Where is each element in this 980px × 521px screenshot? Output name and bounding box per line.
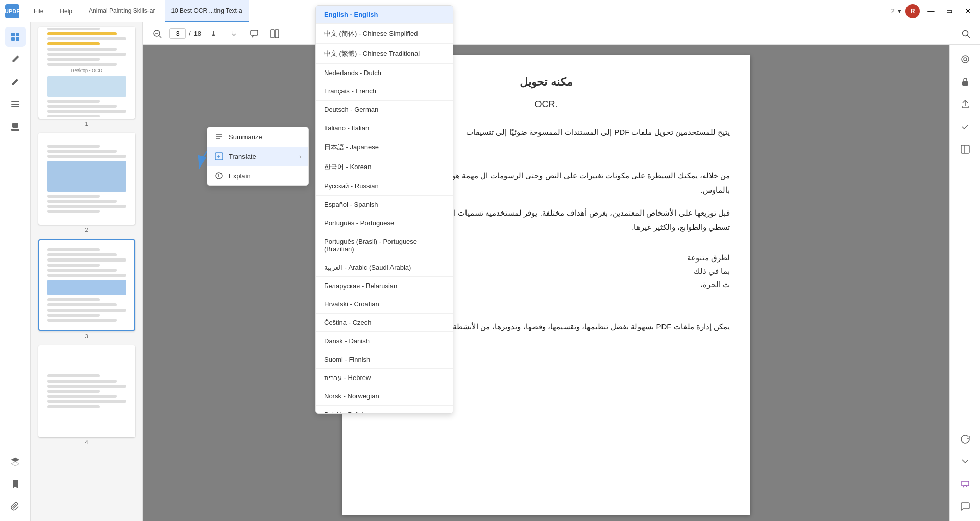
ctx-summarize-label: Summarize [229,133,262,141]
expand-button[interactable]: ⤓ [205,26,222,42]
svg-rect-22 [961,145,969,153]
svg-rect-3 [16,37,19,41]
lang-dutch[interactable]: Nederlands - Dutch [316,64,453,82]
thumb-img-1: Desktop - OCR [38,27,135,119]
svg-rect-5 [11,104,19,105]
left-sidebar [0,22,31,521]
lang-chinese-simplified[interactable]: 中文 (简体) - Chinese Simplified [316,24,453,44]
search-button[interactable] [958,26,974,42]
thumbnail-1[interactable]: Desktop - OCR 1 [35,27,138,127]
right-sidebar: OCR [949,22,980,521]
translate-icon [214,152,224,161]
right-icon-share[interactable] [955,94,975,114]
lang-italian[interactable]: Italiano - Italian [316,119,453,137]
lang-czech[interactable]: Čeština - Czech [316,314,453,332]
app-logo[interactable]: UPDF [5,4,19,18]
svg-point-15 [963,30,968,36]
svg-line-11 [159,36,161,38]
lang-spanish[interactable]: Español - Spanish [316,196,453,214]
comment-button[interactable] [246,26,262,42]
thumbnail-panel: Desktop - OCR 1 [31,22,143,521]
user-avatar[interactable]: R [905,4,920,18]
svg-rect-4 [11,101,19,102]
lang-chinese-traditional[interactable]: 中文 (繁體) - Chinese Traditional [316,44,453,64]
lang-danish[interactable]: Dansk - Danish [316,332,453,350]
right-icon-panel[interactable] [955,139,975,159]
svg-rect-1 [16,33,19,36]
thumb-label-2: 2 [85,227,88,233]
lang-hebrew[interactable]: עברית - Hebrew [316,369,453,387]
lang-english[interactable]: English - English [316,6,453,24]
thumbnail-3[interactable]: 3 [35,239,138,339]
svg-rect-2 [11,37,15,41]
lang-japanese[interactable]: 日本語 - Japanese [316,137,453,157]
page-indicator: / 18 [169,28,201,39]
sidebar-icon-stamp[interactable] [5,116,26,137]
lang-finnish[interactable]: Suomi - Finnish [316,350,453,369]
minimize-button[interactable]: ― [924,4,938,18]
thumb-label-4: 4 [85,439,88,445]
thumbnail-2[interactable]: 2 [35,133,138,233]
pdf-content[interactable]: مكنه تحويل .OCR يتيح للمستخدمين تحويل مل… [143,45,949,521]
sidebar-icon-grid[interactable] [5,27,26,47]
lang-german[interactable]: Deutsch - German [316,101,453,119]
sidebar-icon-edit[interactable] [5,49,26,69]
sidebar-icon-layers[interactable] [5,452,26,472]
lang-portuguese[interactable]: Português - Portuguese [316,214,453,232]
right-icon-ai-chat[interactable] [955,474,975,494]
sidebar-icon-annotate[interactable] [5,72,26,92]
right-icon-lock[interactable] [955,72,975,92]
ctx-explain-label: Explain [229,172,251,180]
zoom-out-button[interactable] [149,26,165,42]
lang-croatian[interactable]: Hrvatski - Croatian [316,295,453,314]
topbar: UPDF File Help Animal Painting Skills-ar… [0,0,980,22]
lang-arabic[interactable]: العربية - Arabic (Saudi Arabia) [316,258,453,277]
lang-belarusian[interactable]: Беларуская - Belarusian [316,277,453,295]
sidebar-icon-organize[interactable] [5,94,26,114]
thumbnail-4[interactable]: 4 [35,345,138,445]
svg-rect-21 [962,81,968,86]
svg-rect-13 [271,30,274,38]
thumb-label-1: 1 [85,121,88,127]
tab-ocr[interactable]: 10 Best OCR ...ting Text-a [165,0,248,22]
columns-button[interactable] [266,26,283,42]
ctx-translate[interactable]: Translate › [207,147,308,166]
close-button[interactable]: ✕ [961,4,975,18]
sidebar-icon-bookmark[interactable] [5,474,26,494]
lang-norwegian[interactable]: Norsk - Norwegian [316,387,453,406]
page-indicator: 2 ▾ [891,7,901,15]
svg-rect-7 [12,123,18,128]
lang-french[interactable]: Français - French [316,82,453,101]
restore-button[interactable]: ▭ [942,4,957,18]
thumb-img-4 [38,345,135,437]
thumb-img-2 [38,133,135,225]
svg-rect-6 [11,106,19,107]
ctx-arrow-icon: › [299,153,301,160]
svg-line-16 [967,35,970,38]
sidebar-icon-attachment[interactable] [5,496,26,517]
thumb-label-3: 3 [85,333,88,339]
lang-polish[interactable]: Polski - Polish [316,406,453,414]
menu-help[interactable]: Help [54,0,79,22]
right-icon-scan[interactable] [955,49,975,69]
right-icon-refresh[interactable] [955,429,975,449]
lang-russian[interactable]: Русский - Russian [316,177,453,196]
svg-rect-8 [11,129,19,131]
ctx-explain[interactable]: Explain [207,166,308,185]
right-icon-check[interactable] [955,116,975,137]
page-down-button[interactable]: ⤋ [226,26,242,42]
translate-language-dropdown: English - English 中文 (简体) - Chinese Simp… [315,5,453,414]
summarize-icon [214,132,224,141]
main-layout: Desktop - OCR 1 [0,22,980,521]
lang-korean[interactable]: 한국어 - Korean [316,157,453,177]
svg-point-20 [964,58,967,61]
svg-rect-12 [251,30,258,35]
tab-animal-painting[interactable]: Animal Painting Skills-ar [83,0,161,22]
lang-portuguese-brazil[interactable]: Português (Brasil) - Portuguese (Brazili… [316,232,453,258]
svg-point-19 [962,56,969,63]
menu-file[interactable]: File [28,0,50,22]
right-icon-collapse[interactable] [955,452,975,472]
right-icon-message[interactable] [955,496,975,517]
ctx-summarize[interactable]: Summarize [207,127,308,147]
page-number-input[interactable] [169,28,186,39]
